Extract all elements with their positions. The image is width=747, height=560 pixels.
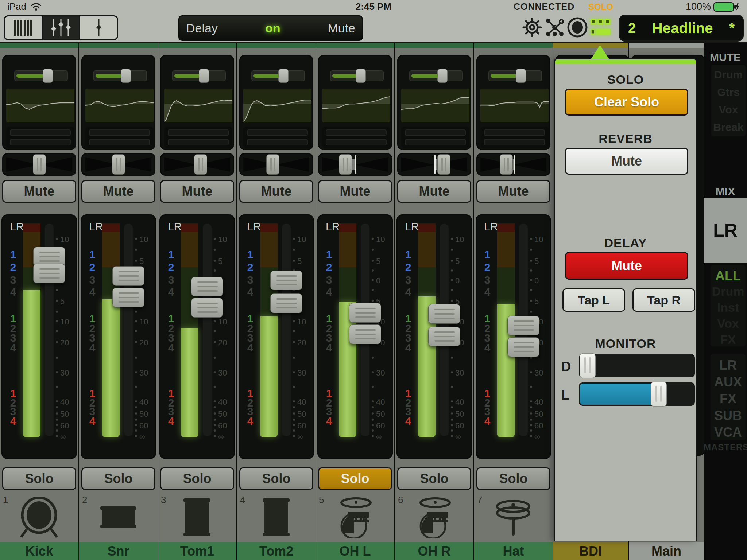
masters-item[interactable]: LR [711,358,746,371]
channel-select-bar[interactable] [0,43,78,48]
channel-processing-panel[interactable] [81,55,155,150]
view-group-item[interactable]: Vox [711,316,746,330]
channel-name[interactable]: BDI [553,542,628,560]
fader-cap[interactable] [349,324,381,344]
channel-mute-button[interactable]: Mute [397,180,471,203]
pan-handle[interactable] [33,154,46,175]
channel-mute-button[interactable]: Mute [318,180,392,203]
aux-send-handle[interactable] [43,69,53,83]
channel-processing-panel[interactable] [239,55,313,150]
pan-control[interactable] [81,153,155,176]
mute-group-item[interactable]: Vox [711,104,746,117]
aux-send-slider[interactable] [172,70,226,81]
tap-r-button[interactable]: Tap R [632,288,695,312]
fader-track[interactable] [282,224,291,436]
masters-item[interactable]: SUB [711,408,746,421]
masters-item[interactable]: VCA [711,425,746,438]
pan-handle[interactable] [266,154,279,175]
fader-cap[interactable] [270,271,302,290]
eq-curve-display[interactable] [6,89,74,122]
fader-track[interactable] [203,224,212,436]
view-faders-segment[interactable] [43,16,81,39]
pan-handle[interactable] [500,154,513,175]
fader-cap[interactable] [112,288,144,307]
channel-select-bar[interactable] [237,43,316,48]
fader-cap[interactable] [270,293,302,313]
delay-status-display[interactable]: Delay on Mute [178,15,363,41]
patch-routing-icon[interactable] [544,17,565,38]
view-group-item[interactable]: ALL [711,268,746,281]
view-group-item[interactable]: FX [711,332,746,346]
eq-curve-display[interactable] [480,89,549,122]
aux-send-slider[interactable] [330,70,384,81]
masters-item[interactable]: AUX [711,374,746,388]
channel-processing-panel[interactable] [397,55,471,150]
eq-curve-display[interactable] [85,89,154,122]
channel-solo-button[interactable]: Solo [397,467,471,490]
channel-mute-button[interactable]: Mute [476,180,550,203]
eq-curve-display[interactable] [322,89,390,122]
selected-mix-lr[interactable]: LR [704,198,747,263]
channel-name[interactable]: Tom2 [237,542,316,560]
snapshot-button[interactable]: 2 Headline * [619,15,744,42]
fader-cap[interactable] [428,327,460,346]
channel-solo-button[interactable]: Solo [160,467,234,490]
fader-cap[interactable] [428,304,460,324]
channel-mute-button[interactable]: Mute [239,180,313,203]
fader-cap[interactable] [191,277,223,296]
channel-name[interactable]: Tom1 [158,542,236,560]
fader-cap[interactable] [33,264,65,283]
mute-group-item[interactable]: Break [711,121,746,135]
channel-solo-button[interactable]: Solo [239,467,313,490]
view-group-item[interactable]: Inst [711,300,746,314]
aux-send-handle[interactable] [356,69,366,83]
channel-select-bar[interactable] [316,43,394,48]
eq-curve-display[interactable] [243,89,311,122]
aux-send-slider[interactable] [409,70,463,81]
mute-group-item[interactable]: Drum [711,69,746,82]
tap-l-button[interactable]: Tap L [562,288,625,312]
channel-select-bar[interactable] [395,43,473,48]
channel-name[interactable]: Snr [79,542,158,560]
quick-access-grid-icon[interactable] [590,17,611,38]
channel-name[interactable]: Hat [474,542,553,560]
fader-cap[interactable] [191,298,223,318]
channel-select-bar[interactable] [158,43,236,48]
pan-control[interactable] [239,153,313,176]
pan-handle[interactable] [194,154,207,175]
channel-solo-button[interactable]: Solo [318,467,392,490]
channel-processing-panel[interactable] [318,55,392,150]
channel-solo-button[interactable]: Solo [476,467,550,490]
eq-curve-display[interactable] [401,89,469,122]
gear-icon[interactable] [522,17,543,38]
view-single-fader-segment[interactable] [80,16,117,39]
aux-send-handle[interactable] [437,69,448,83]
channel-solo-button[interactable]: Solo [2,467,76,490]
delay-mute-button[interactable]: Mute [565,252,688,280]
pan-control[interactable] [160,153,234,176]
pan-control[interactable] [397,153,471,176]
channel-name[interactable]: Main [629,542,704,560]
channel-solo-button[interactable]: Solo [81,467,155,490]
pan-handle[interactable] [437,154,450,175]
pan-control[interactable] [2,153,76,176]
view-group-item[interactable]: Drum [711,284,746,298]
aux-send-handle[interactable] [278,69,289,83]
channel-processing-panel[interactable] [2,55,76,150]
channel-processing-panel[interactable] [476,55,550,150]
aux-send-slider[interactable] [488,70,542,81]
fader-cap[interactable] [349,303,381,323]
pan-handle[interactable] [112,154,125,175]
channel-mute-button[interactable]: Mute [81,180,155,203]
monitor-d-handle[interactable] [580,353,596,378]
clear-solo-button[interactable]: Clear Solo [565,89,688,116]
pan-handle[interactable] [339,154,352,175]
channel-mute-button[interactable]: Mute [2,180,76,203]
reverb-mute-button[interactable]: Mute [565,148,688,175]
aux-send-slider[interactable] [93,70,147,81]
channel-select-bar[interactable] [79,43,158,48]
channel-name[interactable]: Kick [0,542,78,560]
channel-mute-button[interactable]: Mute [160,180,234,203]
pan-control[interactable] [476,153,550,176]
aux-send-slider[interactable] [14,70,68,81]
